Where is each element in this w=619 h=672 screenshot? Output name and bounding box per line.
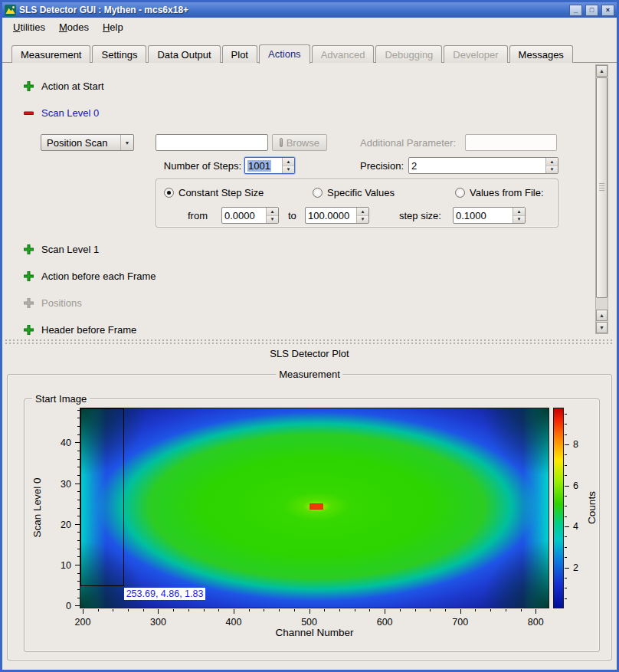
radio-button-icon[interactable] (164, 188, 174, 198)
ylab: 0 (66, 601, 71, 611)
step-size-spinbox[interactable]: 0.1000 ▲▼ (453, 207, 526, 224)
radio-specific-values[interactable]: Specific Values (313, 186, 395, 198)
cbminor (565, 424, 567, 425)
xlab: 800 (528, 617, 544, 628)
number-of-steps-spinbox[interactable]: 1001 ▲▼ (244, 157, 295, 174)
plot-dock-title[interactable]: SLS Detector Plot (2, 348, 617, 360)
scan-mode-select[interactable]: Position Scan ▼ (41, 134, 134, 151)
expand-plus-icon[interactable] (24, 244, 34, 254)
cbmark (565, 568, 569, 569)
number-of-steps-value[interactable]: 1001 (247, 160, 271, 172)
spin-down-icon[interactable]: ▼ (267, 215, 278, 224)
action-before-each-frame-label[interactable]: Action before each Frame (41, 270, 156, 282)
action-at-start-row[interactable]: Action at Start (24, 80, 104, 92)
ylab: 40 (61, 438, 71, 448)
zoom-selection-rectangle[interactable] (80, 408, 124, 586)
step-mode-groupbox: Constant Step Size Specific Values Value… (156, 179, 558, 228)
spin-up-icon[interactable]: ▲ (546, 158, 558, 166)
cbminor (565, 506, 567, 506)
radio-button-icon[interactable] (313, 188, 323, 198)
spin-up-icon[interactable]: ▲ (513, 208, 525, 215)
step-size-value[interactable]: 0.1000 (454, 208, 513, 223)
spin-down-icon[interactable]: ▼ (357, 215, 368, 224)
tab-settings[interactable]: Settings (92, 45, 146, 63)
splitter-handle[interactable] (2, 337, 617, 346)
header-before-frame-row[interactable]: Header before Frame (24, 323, 136, 336)
xminor (249, 609, 250, 611)
tab-developer: Developer (444, 45, 507, 63)
radio-button-icon[interactable] (455, 188, 465, 198)
from-value[interactable]: 0.0000 (222, 208, 266, 223)
action-at-start-label[interactable]: Action at Start (41, 80, 104, 92)
expand-plus-icon[interactable] (24, 271, 34, 281)
collapse-minus-icon[interactable] (24, 108, 34, 118)
spin-up-icon[interactable]: ▲ (357, 208, 368, 215)
scrollbar-thumb[interactable] (596, 77, 608, 298)
menu-item-modes[interactable]: Modes (52, 19, 96, 35)
precision-label: Precision: (360, 160, 404, 172)
colorbar (553, 408, 564, 608)
scan-level-0-row[interactable]: Scan Level 0 (24, 107, 99, 119)
spin-up-icon[interactable]: ▲ (267, 208, 278, 215)
xmark (385, 609, 385, 614)
radio-constant-step-size[interactable]: Constant Step Size (164, 186, 264, 198)
tab-actions[interactable]: Actions (259, 44, 310, 64)
xminor (218, 609, 219, 611)
cursor-position-tooltip: 253.69, 4.86, 1.83 (124, 588, 206, 600)
step-size-label: step size: (399, 210, 441, 221)
colorbar-tickmarks (565, 408, 569, 608)
menu-item-help[interactable]: Help (96, 19, 130, 35)
header-before-frame-label[interactable]: Header before Frame (41, 324, 136, 336)
radio-values-from-file[interactable]: Values from File: (455, 186, 544, 198)
title-bar[interactable]: SLS Detector GUI : Mythen - mcs6x18+ _ □… (2, 2, 617, 18)
tab-plot[interactable]: Plot (222, 45, 257, 63)
minimize-button[interactable]: _ (569, 5, 582, 16)
additional-parameter-input (465, 134, 557, 151)
tab-debugging: Debugging (375, 45, 442, 63)
positions-row: Positions (24, 297, 82, 309)
tab-data-output[interactable]: Data Output (148, 45, 220, 63)
precision-spinbox[interactable]: 2 ▲▼ (408, 157, 558, 174)
xlab: 600 (377, 617, 393, 628)
additional-parameter-label: Additional Parameter: (360, 137, 456, 149)
heatmap-plot-canvas[interactable]: 253.69, 4.86, 1.83 (80, 408, 549, 608)
cbminor (565, 557, 567, 558)
spin-up-icon[interactable]: ▲ (283, 158, 294, 166)
scroll-down-button[interactable]: ▼ (596, 322, 608, 333)
maximize-button[interactable]: □ (585, 5, 598, 16)
precision-value[interactable]: 2 (409, 158, 545, 173)
from-label: from (188, 210, 208, 221)
vertical-scrollbar[interactable]: ▲ ▲ ▼ (595, 64, 608, 334)
measurement-group-label: Measurement (276, 369, 342, 380)
expand-plus-icon[interactable] (24, 81, 34, 91)
scroll-up-button[interactable]: ▲ (596, 310, 608, 321)
scroll-up-button[interactable]: ▲ (596, 65, 608, 77)
to-spinbox[interactable]: 100.0000 ▲▼ (305, 207, 369, 224)
xlab: 300 (150, 617, 166, 628)
heatmap-peak-marker (310, 503, 323, 510)
xminor (355, 609, 355, 611)
spin-down-icon[interactable]: ▼ (283, 166, 294, 174)
scan-level-1-row[interactable]: Scan Level 1 (24, 243, 99, 255)
menu-item-utilities[interactable]: Utilities (6, 19, 52, 35)
close-button[interactable]: × (601, 5, 614, 16)
to-value[interactable]: 100.0000 (306, 208, 356, 223)
xminor (188, 609, 189, 611)
cbmark (565, 526, 569, 527)
scan-level-0-label[interactable]: Scan Level 0 (41, 107, 99, 119)
menu-bar: Utilities Modes Help (2, 18, 617, 37)
chevron-down-icon[interactable]: ▼ (120, 135, 133, 150)
cbminor (565, 516, 567, 517)
script-file-input[interactable] (156, 134, 268, 151)
window-title: SLS Detector GUI : Mythen - mcs6x18+ (19, 5, 566, 15)
scan-level-1-label[interactable]: Scan Level 1 (41, 244, 99, 255)
xminor (339, 609, 340, 611)
spin-down-icon[interactable]: ▼ (546, 166, 558, 174)
tab-messages[interactable]: Messages (509, 45, 573, 63)
spin-down-icon[interactable]: ▼ (513, 215, 525, 224)
tab-measurement[interactable]: Measurement (11, 45, 90, 63)
expand-plus-icon[interactable] (24, 325, 34, 335)
from-spinbox[interactable]: 0.0000 ▲▼ (221, 207, 279, 224)
xmark (158, 609, 159, 614)
action-before-each-frame-row[interactable]: Action before each Frame (24, 270, 156, 282)
